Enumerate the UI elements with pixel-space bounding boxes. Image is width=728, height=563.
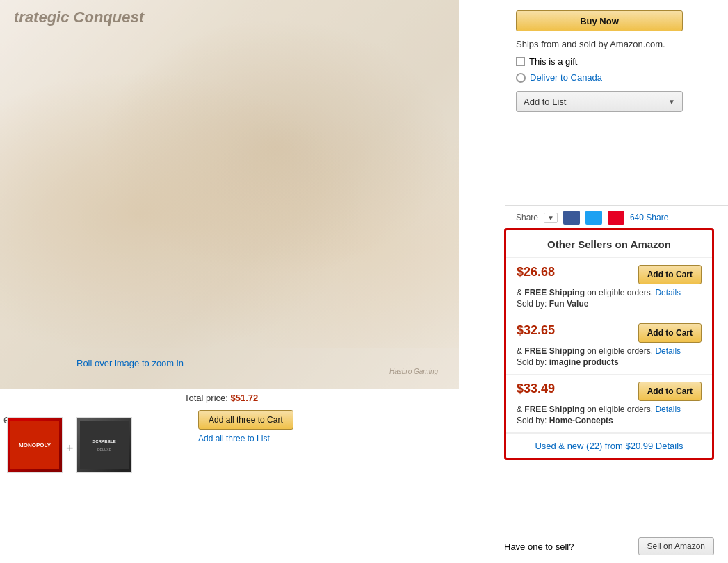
add-to-cart-button-1[interactable]: Add to Cart — [638, 265, 702, 284]
seller-row-3: $33.49 Add to Cart & FREE Shipping on el… — [506, 375, 712, 433]
seller-1-price: $26.68 — [517, 265, 555, 279]
have-one-to-sell-bar: Have one to sell? Sell on Amazon — [504, 534, 714, 559]
other-sellers-box: Other Sellers on Amazon $26.68 Add to Ca… — [504, 228, 714, 460]
seller-1-name: Sold by: Fun Value — [517, 299, 702, 309]
deliver-row[interactable]: Deliver to Canada — [516, 72, 718, 83]
share-count: 640 Share — [630, 213, 668, 222]
used-new-row: Used & new (22) from $20.99 Details — [506, 433, 712, 458]
seller-2-name: Sold by: imagine products — [517, 357, 702, 367]
seller-2-name-value: imagine products — [549, 357, 619, 367]
svg-text:DELUXE: DELUXE — [97, 448, 112, 452]
location-icon — [516, 73, 526, 83]
product-thumb-2[interactable]: SCRABBLE DELUXE — [76, 417, 132, 473]
share-dropdown-icon: ▼ — [544, 213, 558, 223]
seller-3-name-value: Home-Concepts — [549, 416, 613, 425]
ships-sold-text: Ships from and sold by Amazon.com. — [516, 38, 718, 51]
sell-on-amazon-button[interactable]: Sell on Amazon — [638, 537, 714, 555]
add-to-cart-button-3[interactable]: Add to Cart — [638, 382, 702, 401]
details-link-1[interactable]: Details — [655, 288, 681, 297]
seller-2-top: $32.65 Add to Cart — [517, 323, 702, 343]
add-all-to-list-button[interactable]: Add all three to List — [198, 431, 270, 446]
seller-3-top: $33.49 Add to Cart — [517, 382, 702, 401]
seller-1-shipping: & FREE Shipping on eligible orders. Deta… — [517, 286, 702, 299]
buy-now-button[interactable]: Buy Now — [516, 10, 683, 31]
seller-row-1: $26.68 Add to Cart & FREE Shipping on el… — [506, 258, 712, 316]
used-new-link[interactable]: Used & new (22) from $20.99 Details — [535, 441, 683, 451]
svg-text:SCRABBLE: SCRABBLE — [92, 439, 115, 443]
buy-box-top: Buy Now Ships from and sold by Amazon.co… — [505, 0, 728, 205]
image-overlay — [0, 0, 459, 389]
seller-1-top: $26.68 Add to Cart — [517, 265, 702, 284]
other-sellers-header: Other Sellers on Amazon — [506, 230, 712, 258]
svg-rect-2 — [80, 421, 129, 469]
add-to-cart-button-2[interactable]: Add to Cart — [638, 323, 702, 343]
seller-1-name-value: Fun Value — [549, 299, 589, 309]
seller-3-shipping: & FREE Shipping on eligible orders. Deta… — [517, 403, 702, 416]
zoom-hint: Roll over image to zoom in — [76, 358, 184, 368]
total-price-amount: $51.72 — [231, 393, 259, 403]
used-new-count: (22) — [586, 441, 602, 451]
add-to-list-bar[interactable]: Add to List ▼ — [516, 91, 683, 112]
seller-3-name: Sold by: Home-Concepts — [517, 416, 702, 425]
product-image-area: trategic Conquest Hasbro Gaming — [0, 0, 459, 389]
svg-text:MONOPOLY: MONOPOLY — [19, 442, 51, 448]
twitter-icon[interactable] — [585, 211, 602, 225]
free-shipping-label-2: FREE Shipping — [524, 346, 585, 356]
deliver-label: Deliver to Canada — [530, 72, 602, 83]
used-new-text: Used & new — [535, 441, 583, 451]
plus-sign: + — [66, 441, 74, 456]
add-all-to-cart-button[interactable]: Add all three to Cart — [198, 410, 293, 430]
hasbro-logo: Hasbro Gaming — [389, 368, 438, 375]
share-bar: Share ▼ 640 Share — [505, 205, 728, 229]
free-shipping-label-3: FREE Shipping — [524, 405, 585, 414]
pinterest-icon[interactable] — [608, 211, 624, 225]
seller-2-price: $32.65 — [517, 323, 555, 338]
seller-2-shipping: & FREE Shipping on eligible orders. Deta… — [517, 345, 702, 357]
gift-row: This is a gift — [516, 56, 718, 67]
seller-3-price: $33.49 — [517, 382, 555, 396]
facebook-icon[interactable] — [563, 211, 580, 225]
total-price-label: Total price: — [184, 393, 228, 403]
product-title: trategic Conquest — [14, 8, 144, 26]
gift-label: This is a gift — [529, 56, 577, 67]
have-one-text: Have one to sell? — [504, 541, 574, 552]
total-price-row: Total price: $51.72 — [184, 393, 258, 403]
gift-checkbox[interactable] — [516, 57, 525, 66]
share-label: Share — [516, 213, 538, 222]
chevron-down-icon: ▼ — [668, 98, 675, 106]
details-link-2[interactable]: Details — [655, 346, 681, 356]
product-thumb-1[interactable]: MONOPOLY — [7, 417, 63, 473]
add-to-list-label: Add to List — [524, 97, 566, 107]
used-new-details: Details — [656, 441, 683, 451]
seller-row-2: $32.65 Add to Cart & FREE Shipping on el… — [506, 316, 712, 375]
details-link-3[interactable]: Details — [655, 405, 681, 414]
free-shipping-label-1: FREE Shipping — [524, 288, 585, 297]
used-new-from: from $20.99 — [605, 441, 653, 451]
